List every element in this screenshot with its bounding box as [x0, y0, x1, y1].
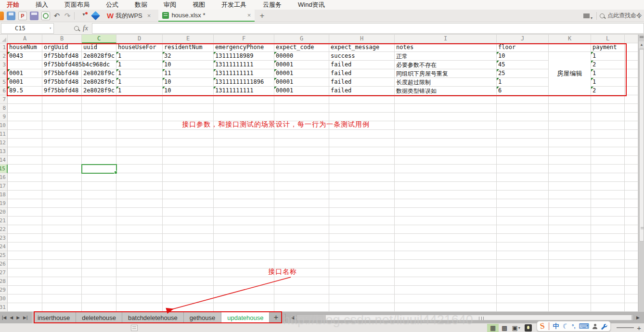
cell[interactable]: [116, 260, 163, 268]
cell[interactable]: [497, 191, 549, 199]
cell[interactable]: [8, 95, 42, 104]
cell[interactable]: [8, 208, 42, 217]
cell[interactable]: [214, 147, 274, 156]
cell[interactable]: [329, 95, 395, 104]
cell[interactable]: [625, 156, 638, 165]
cell[interactable]: [395, 286, 497, 294]
cell[interactable]: [395, 165, 497, 173]
cell[interactable]: [214, 165, 274, 173]
cell[interactable]: [116, 182, 163, 191]
tab-my-wps[interactable]: W 我的WPS ×: [103, 10, 155, 22]
cell[interactable]: [214, 260, 274, 268]
cell[interactable]: [549, 130, 591, 139]
print-icon[interactable]: [30, 12, 39, 20]
cell[interactable]: [274, 208, 329, 217]
cell[interactable]: [163, 217, 214, 225]
menu-item-Wind资讯[interactable]: Wind资讯: [295, 0, 328, 9]
cell[interactable]: [549, 121, 591, 130]
cell[interactable]: [82, 199, 116, 208]
cell[interactable]: [163, 260, 214, 268]
cell[interactable]: [329, 234, 395, 243]
close-tab-icon[interactable]: ×: [247, 12, 251, 19]
cell[interactable]: [329, 260, 395, 268]
cell[interactable]: [42, 130, 82, 139]
cell[interactable]: [163, 294, 214, 303]
menu-item-审阅[interactable]: 审阅: [161, 0, 179, 9]
cell[interactable]: [549, 286, 591, 294]
export-pdf-icon[interactable]: P: [18, 12, 27, 20]
cell[interactable]: [497, 199, 549, 208]
menu-item-页面布局[interactable]: 页面布局: [62, 0, 92, 9]
cell[interactable]: [591, 251, 625, 260]
cell[interactable]: [163, 199, 214, 208]
cell[interactable]: [591, 199, 625, 208]
cell[interactable]: [497, 121, 549, 130]
cell[interactable]: [549, 225, 591, 234]
cell[interactable]: [591, 95, 625, 104]
cell[interactable]: [214, 217, 274, 225]
cell[interactable]: [395, 294, 497, 303]
menu-item-视图[interactable]: 视图: [190, 0, 208, 9]
cell[interactable]: [42, 286, 82, 294]
row-header-11[interactable]: 11: [0, 130, 8, 139]
cell[interactable]: [8, 251, 42, 260]
cell[interactable]: [274, 182, 329, 191]
row-header-21[interactable]: 21: [0, 217, 8, 225]
sheet-nav-icon-3[interactable]: ▶|: [23, 315, 27, 320]
menu-item-公式[interactable]: 公式: [103, 0, 121, 9]
cell[interactable]: [497, 182, 549, 191]
cell[interactable]: [395, 173, 497, 182]
cell[interactable]: [549, 208, 591, 217]
cell[interactable]: [549, 251, 591, 260]
cell[interactable]: [591, 130, 625, 139]
cell[interactable]: [116, 191, 163, 199]
cell[interactable]: [214, 286, 274, 294]
cell[interactable]: [625, 182, 638, 191]
cell[interactable]: [82, 243, 116, 251]
cell[interactable]: [395, 130, 497, 139]
cell[interactable]: [497, 104, 549, 113]
cell[interactable]: [395, 243, 497, 251]
cell[interactable]: [591, 286, 625, 294]
cell[interactable]: [395, 199, 497, 208]
cell[interactable]: [625, 191, 638, 199]
cell[interactable]: [329, 147, 395, 156]
cell[interactable]: [116, 121, 163, 130]
cell[interactable]: [274, 277, 329, 286]
row-header-17[interactable]: 17: [0, 182, 8, 191]
cell[interactable]: [549, 95, 591, 104]
cell[interactable]: [395, 225, 497, 234]
cell[interactable]: [549, 234, 591, 243]
cell[interactable]: [82, 294, 116, 303]
cell[interactable]: [625, 139, 638, 147]
cell[interactable]: [329, 243, 395, 251]
cell[interactable]: [214, 95, 274, 104]
cell[interactable]: [497, 286, 549, 294]
row-header-20[interactable]: 20: [0, 208, 8, 217]
cell[interactable]: [497, 243, 549, 251]
row-header-26[interactable]: 26: [0, 260, 8, 268]
cell[interactable]: [116, 147, 163, 156]
cell[interactable]: [395, 217, 497, 225]
cell[interactable]: [82, 139, 116, 147]
menu-item-插入[interactable]: 插入: [33, 0, 51, 9]
cell[interactable]: [163, 139, 214, 147]
cell[interactable]: [549, 147, 591, 156]
cell[interactable]: [42, 182, 82, 191]
cell[interactable]: [591, 191, 625, 199]
cell[interactable]: [549, 303, 591, 312]
sogou-logo-icon[interactable]: S: [540, 321, 545, 331]
cell[interactable]: [116, 139, 163, 147]
cell[interactable]: [214, 182, 274, 191]
cell[interactable]: [591, 182, 625, 191]
cell[interactable]: [274, 104, 329, 113]
cell[interactable]: [625, 78, 638, 87]
cell[interactable]: [8, 147, 42, 156]
cell[interactable]: [8, 121, 42, 130]
collapse-toolbar-icon[interactable]: [583, 13, 590, 18]
cell[interactable]: [42, 294, 82, 303]
select-all-corner[interactable]: [0, 35, 8, 43]
cell[interactable]: [395, 95, 497, 104]
cell[interactable]: [214, 208, 274, 217]
row-header-28[interactable]: 28: [0, 277, 8, 286]
